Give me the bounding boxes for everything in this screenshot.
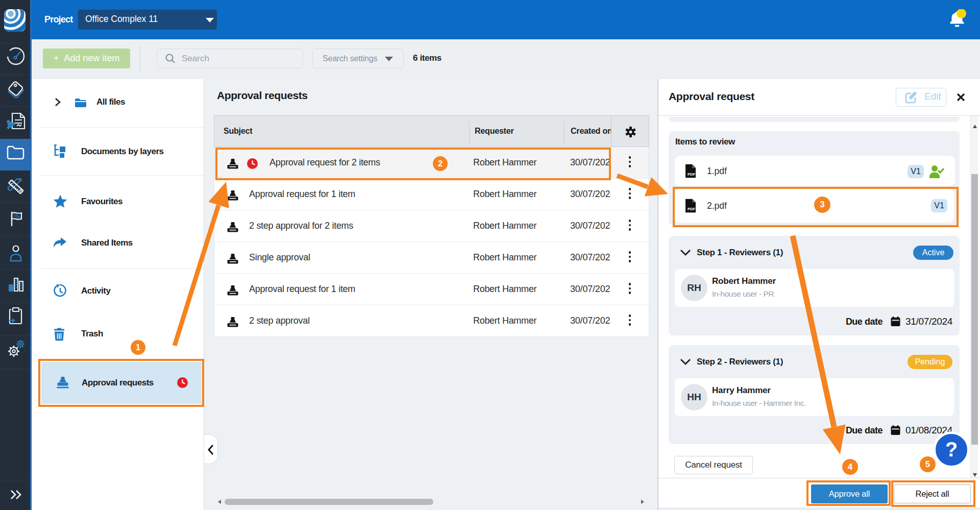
svg-text:PDF: PDF	[688, 172, 695, 176]
